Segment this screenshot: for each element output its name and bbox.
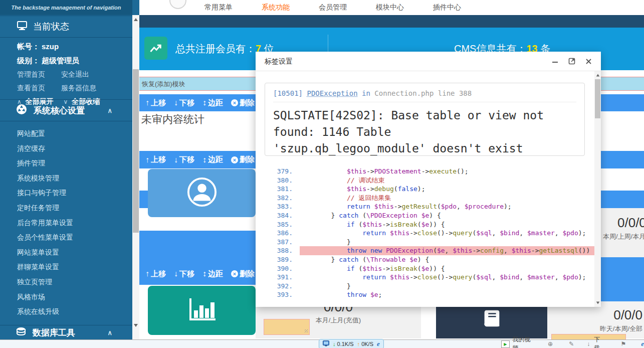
- download-arrow-icon[interactable]: ↓: [587, 340, 590, 347]
- scroll-up-arrow-icon[interactable]: [596, 74, 599, 77]
- monitor-icon: [17, 21, 27, 33]
- sidebar-item-site-menu[interactable]: 网站菜单设置: [0, 245, 132, 260]
- stat-card-week: 0/0/0 本周/上周/本月(: [601, 208, 644, 257]
- chevron-up-icon[interactable]: ∧: [107, 107, 112, 114]
- play-icon[interactable]: ▶: [501, 340, 510, 348]
- link-admin-home[interactable]: 管理首页: [17, 70, 45, 78]
- line-number: 392.: [265, 282, 300, 291]
- network-monitor-pill[interactable]: ↓ 0.1K/S ↑ 0K/S e: [319, 339, 384, 348]
- sidebar-item-site-config[interactable]: 网站配置: [0, 126, 132, 141]
- arrow-updown-icon: ↕: [202, 98, 206, 107]
- sidebar-item-module-mgmt[interactable]: 系统模块管理: [0, 171, 132, 186]
- sidebar-item-online-upgrade[interactable]: 系统在线升级: [0, 304, 132, 319]
- sidebar-item-cron[interactable]: 定时任务管理: [0, 201, 132, 216]
- tab-module-center[interactable]: 模块中心: [376, 3, 404, 12]
- minimize-icon[interactable]: [552, 58, 558, 65]
- line-number: 388.: [265, 246, 300, 255]
- sidebar-item-clear-cache[interactable]: 清空缓存: [0, 141, 132, 156]
- sidebar-item-plugin-mgmt[interactable]: 插件管理: [0, 156, 132, 171]
- chevron-up-icon[interactable]: ∧: [107, 329, 112, 336]
- speed-test-icon[interactable]: ⊕: [548, 340, 553, 347]
- move-down-button[interactable]: ↓下移: [174, 269, 194, 279]
- exception-class[interactable]: PDOException: [307, 89, 357, 97]
- level-value: 超级管理员: [42, 56, 79, 65]
- code-line: 392. }: [265, 282, 594, 291]
- line-number: 383.: [265, 202, 300, 211]
- modal-scrollbar-thumb[interactable]: [595, 79, 600, 118]
- sidebar-item-api-hooks[interactable]: 接口与钩子管理: [0, 186, 132, 201]
- download-label[interactable]: 下载: [594, 335, 605, 348]
- link-safe-exit[interactable]: 安全退出: [61, 70, 89, 78]
- arrow-up-icon: ↑: [145, 269, 149, 278]
- rocket-icon[interactable]: ✎: [569, 340, 574, 347]
- code-line: 389. } catch (\Throwable $e) {: [265, 255, 594, 264]
- margin-button[interactable]: ↕边距: [202, 155, 223, 164]
- move-down-button[interactable]: ↓下移: [174, 98, 194, 108]
- move-up-button[interactable]: ↑上移: [145, 269, 166, 279]
- circle-x-icon: ×: [231, 156, 238, 163]
- sidebar-item-standalone-page[interactable]: 独立页管理: [0, 275, 132, 290]
- arrow-up-icon: ↑: [145, 155, 149, 164]
- tab-plugin-center[interactable]: 插件中心: [433, 3, 461, 12]
- code-line: 388. throw new PDOException($e, $this->c…: [265, 246, 594, 255]
- scroll-down-arrow-icon[interactable]: [596, 302, 599, 304]
- tab-member-mgmt[interactable]: 会员管理: [319, 3, 347, 12]
- resize-handle-icon[interactable]: [304, 329, 308, 334]
- tab-common-menu[interactable]: 常用菜单: [204, 3, 233, 12]
- delete-button[interactable]: ×删除: [231, 98, 255, 108]
- net-down-speed: 0.1K/S: [337, 341, 354, 347]
- sidebar-item-member-menu[interactable]: 会员个性菜单设置: [0, 230, 132, 245]
- move-up-button[interactable]: ↑上移: [145, 98, 166, 108]
- account-value: szup: [42, 42, 59, 51]
- tag-input-box[interactable]: [264, 319, 310, 335]
- maximize-icon[interactable]: [568, 58, 575, 65]
- circle-x-icon: ×: [231, 99, 238, 106]
- net-up-speed: 0K/S: [361, 341, 373, 347]
- modal-scrollbar[interactable]: [594, 71, 601, 307]
- line-number: 391.: [265, 273, 300, 282]
- code-text: }: [300, 238, 594, 247]
- close-icon[interactable]: [585, 58, 592, 65]
- code-line: 386. return $this->close()->query($sql, …: [265, 229, 594, 238]
- sidebar-section-core[interactable]: 系统核心设置 ∧: [0, 99, 132, 121]
- move-up-button[interactable]: ↑上移: [145, 155, 166, 164]
- tab-system-functions[interactable]: 系统功能: [262, 3, 290, 12]
- arrow-down-icon: ↓: [174, 269, 178, 278]
- member-module-card[interactable]: [148, 169, 256, 217]
- margin-button[interactable]: ↕边距: [202, 98, 223, 108]
- link-view-home[interactable]: 查看首页: [17, 84, 45, 92]
- delete-button[interactable]: ×删除: [231, 155, 255, 164]
- sidebar-item-admin-menu[interactable]: 后台常用菜单设置: [0, 216, 132, 231]
- sidebar-scrollbar-thumb[interactable]: [133, 69, 139, 233]
- sidebar-item-groupchat-menu[interactable]: 群聊菜单设置: [0, 260, 132, 275]
- arrow-updown-icon: ↕: [202, 269, 206, 278]
- sidebar: The backstage management of navigation 当…: [0, 0, 139, 340]
- sidebar-status-header[interactable]: 当前状态: [0, 16, 132, 38]
- sidebar-section-db[interactable]: 数据库工具 ∧: [0, 325, 132, 340]
- avatar[interactable]: [169, 0, 186, 9]
- code-line: 385. if ($this->isBreak($e)) {: [265, 220, 594, 229]
- scroll-up-arrow-icon[interactable]: [134, 18, 138, 21]
- delete-button[interactable]: ×删除: [231, 269, 255, 279]
- modal-header[interactable]: 标签设置: [256, 52, 601, 71]
- line-number: 382.: [265, 194, 300, 203]
- code-text: if ($this->isBreak($e)) {: [300, 220, 594, 229]
- screen: The backstage management of navigation 当…: [0, 0, 644, 348]
- ie-icon[interactable]: e: [377, 340, 380, 348]
- scroll-down-arrow-icon[interactable]: [134, 324, 138, 327]
- sidebar-item-style-market[interactable]: 风格市场: [0, 290, 132, 305]
- sidebar-scrollbar[interactable]: [132, 15, 139, 340]
- margin-button[interactable]: ↕边距: [202, 269, 223, 279]
- code-text: $this->PDOStatement->execute();: [300, 167, 594, 176]
- line-number: 379.: [265, 167, 300, 176]
- my-video-label[interactable]: 我的视频: [513, 335, 536, 348]
- move-down-button[interactable]: ↓下移: [174, 155, 194, 164]
- stats-module-card[interactable]: [148, 286, 256, 335]
- flag-icon[interactable]: ⚑: [620, 340, 626, 347]
- link-server-info[interactable]: 服务器信息: [61, 84, 96, 92]
- exception-message: SQLSTATE[42S02]: Base table or view not …: [273, 107, 576, 157]
- upload-arrow-icon: ↑: [357, 341, 360, 347]
- cms-module-card[interactable]: [436, 301, 547, 338]
- line-number: 389.: [265, 255, 300, 264]
- ie-icon[interactable]: e: [641, 340, 644, 348]
